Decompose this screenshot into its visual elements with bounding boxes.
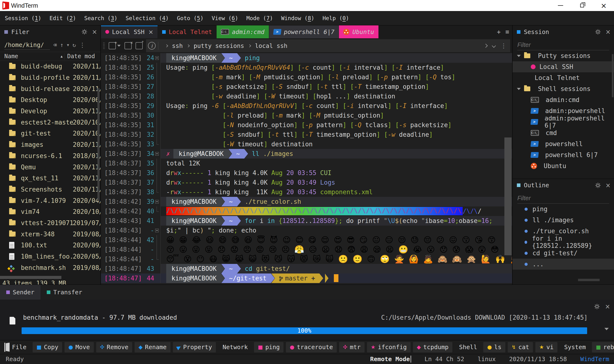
up-directory-icon[interactable]: ↑ <box>60 42 63 48</box>
column-date[interactable]: Date mod <box>65 53 100 60</box>
toolbar-button-mtr[interactable]: ✣mtr <box>339 342 364 352</box>
transfer-settings-gear-icon[interactable] <box>594 303 600 310</box>
session-filter-input[interactable] <box>517 40 609 50</box>
toolbar-button-remove[interactable]: ✣Remove <box>96 342 132 352</box>
file-row[interactable]: build-release2020/11/ <box>0 83 100 94</box>
session-item-admin-cmd[interactable]: C:\_admin:cmd <box>513 94 614 105</box>
toolbar-button-traceroute[interactable]: ●traceroute <box>286 342 337 352</box>
outline-close-icon[interactable]: × <box>605 182 611 189</box>
close-button[interactable]: × <box>600 1 608 10</box>
session-item-powershell[interactable]: >powershell <box>513 138 614 149</box>
toolbar-button-ifconfig[interactable]: ★ifconfig <box>367 342 411 352</box>
tab-powershell-6-7[interactable]: >powershell 6|7 <box>269 25 339 38</box>
session-item-powershell-6-7[interactable]: >powershell 6|7 <box>513 149 614 160</box>
session-group-putty-sessions[interactable]: Putty sessions <box>513 50 614 61</box>
file-row[interactable]: Develop2020/11/ <box>0 106 100 117</box>
outline-scrollbar[interactable] <box>578 279 600 281</box>
menu-help[interactable]: Help (0) <box>319 15 353 21</box>
tab-admin-cmd[interactable]: C:\_admin:cmd <box>217 25 269 38</box>
file-row[interactable]: 100.txt2020/09/ <box>0 240 100 251</box>
fold-marker[interactable] <box>154 149 160 158</box>
outline-filter-input[interactable] <box>517 193 609 204</box>
new-window-icon[interactable]: ° <box>136 42 143 49</box>
column-name[interactable]: Name ▲ <box>0 53 65 60</box>
fold-marker[interactable] <box>154 197 160 207</box>
toolbar-button-rename[interactable]: ◆Rename <box>135 342 170 352</box>
outline-item[interactable]: cd git-test/ <box>513 248 614 259</box>
menu-goto[interactable]: Goto (5) <box>174 15 207 21</box>
session-item-ubuntu[interactable]: Ubuntu <box>513 160 614 171</box>
close-tab-icon[interactable]: × <box>125 42 132 49</box>
transfer-tab-sender[interactable]: Sender <box>0 285 41 299</box>
add-tab-icon[interactable]: + <box>497 28 501 35</box>
minimize-button[interactable] <box>557 1 565 10</box>
terminal-output[interactable]: [18:48:35]24king@MACBOOK~ping[18:48:35]2… <box>101 53 512 285</box>
file-row[interactable]: 10m_lines_foo.t…2020/05/ <box>0 251 100 262</box>
menu-search[interactable]: Search (3) <box>81 15 121 21</box>
new-tab-icon[interactable]: + <box>109 42 116 49</box>
outline-settings-gear-icon[interactable] <box>595 182 601 188</box>
toolbar-button-cat[interactable]: ↯cat <box>508 342 533 352</box>
toolbar-button-move[interactable]: ●Move <box>65 342 94 352</box>
breadcrumb-expand-icon[interactable] <box>484 44 488 48</box>
breadcrumb-more-icon[interactable]: ⋮ <box>501 42 507 49</box>
file-row[interactable]: Qemu2020/11/ <box>0 161 100 173</box>
file-row[interactable]: Desktop2020/06/ <box>0 94 100 106</box>
session-item-cmd[interactable]: C:\_cmd <box>513 127 614 138</box>
file-row[interactable]: esctest2-master2020/10/ <box>0 117 100 128</box>
file-row[interactable]: vim-7.4.10792020/04/ <box>0 195 100 206</box>
breadcrumb-item[interactable]: putty sessions <box>193 42 245 50</box>
toolbar-button-ls[interactable]: ●ls <box>483 342 505 352</box>
info-icon[interactable]: i <box>148 42 156 50</box>
status-os[interactable]: linux <box>477 356 496 363</box>
transfer-tab-transfer[interactable]: Transfer <box>41 285 88 299</box>
file-row[interactable]: ncurses-6.12018/01/ <box>0 150 100 162</box>
outline-item[interactable]: ll ./images <box>513 215 614 226</box>
menu-view[interactable]: View (6) <box>209 15 242 21</box>
breadcrumb-item[interactable]: local ssh <box>254 42 288 50</box>
file-row[interactable]: xterm-3482019/08/ <box>0 228 100 240</box>
up-dropdown-icon[interactable]: ▼ <box>67 43 69 47</box>
session-close-icon[interactable]: × <box>605 28 611 35</box>
file-row[interactable]: git-test2020/10/ <box>0 128 100 139</box>
file-row[interactable]: build-profile2020/11/ <box>0 72 100 83</box>
transfer-dropdown-icon[interactable] <box>604 328 609 330</box>
transfer-close-icon[interactable]: × <box>605 303 610 310</box>
filer-close-icon[interactable]: × <box>92 28 97 35</box>
outline-item[interactable]: ping <box>513 204 614 215</box>
file-row[interactable]: Screenshots2020/11/ <box>0 184 100 195</box>
terminal-scrollbar[interactable] <box>504 137 512 255</box>
filer-settings-gear-icon[interactable] <box>81 29 87 35</box>
breadcrumb-dropdown-icon[interactable] <box>492 44 496 48</box>
tab-local-ssh[interactable]: Local SSH× <box>101 25 158 38</box>
filer-more-icon[interactable]: ⋮ <box>79 41 85 49</box>
toolbar-button-tcpdump[interactable]: ◆tcpdump <box>413 342 452 352</box>
restore-button[interactable] <box>578 1 586 10</box>
menu-window[interactable]: Window (8) <box>278 15 318 21</box>
drag-handle[interactable] <box>103 42 105 49</box>
filer-horizontal-scrollbar[interactable] <box>0 276 61 279</box>
menu-selection[interactable]: Selection (4) <box>122 15 172 21</box>
tab-local-telnet[interactable]: Local Telnet <box>158 25 217 38</box>
session-item-local-ssh[interactable]: Local SSH <box>513 61 614 72</box>
filer-vertical-scrollbar[interactable] <box>97 88 99 201</box>
toolbar-button-vi[interactable]: ★vi <box>535 342 558 352</box>
outline-item[interactable]: for i in {128512..128589} <box>513 237 614 248</box>
session-group-shell-sessions[interactable]: Shell sessions <box>513 83 614 94</box>
file-row[interactable]: qx_test_112020/11/ <box>0 173 100 184</box>
session-item-admin-powershell-6-7[interactable]: >admin:powershell 6|7 <box>513 116 614 127</box>
refresh-icon[interactable]: ↻ <box>72 42 76 48</box>
collapse-arrow-icon[interactable] <box>517 88 521 90</box>
session-item-local-telnet[interactable]: Local Telnet <box>513 72 614 83</box>
menu-mode[interactable]: Mode (7) <box>243 15 276 21</box>
file-row[interactable]: images2020/11/ <box>0 139 100 150</box>
clear-path-icon[interactable]: ⌫ <box>53 42 56 48</box>
menu-session[interactable]: Session (1) <box>1 15 45 21</box>
tab-list-icon[interactable]: ≡ <box>505 28 509 35</box>
session-scrollbar[interactable] <box>612 54 614 97</box>
collapse-arrow-icon[interactable] <box>517 55 521 57</box>
session-settings-gear-icon[interactable] <box>595 29 601 35</box>
file-row[interactable]: vim742020/10/ <box>0 206 100 217</box>
outline-item[interactable]: ... <box>513 259 614 270</box>
fold-marker[interactable] <box>154 53 160 63</box>
